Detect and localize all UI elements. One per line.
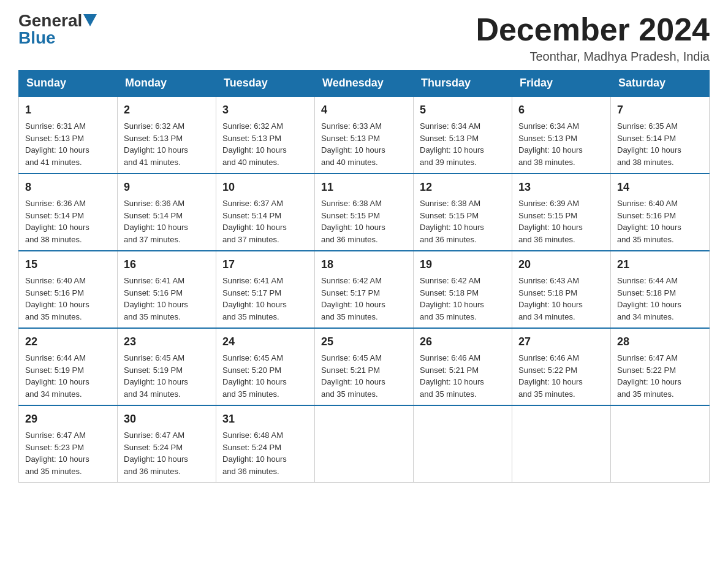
table-row: 24Sunrise: 6:45 AMSunset: 5:20 PMDayligh… — [216, 328, 315, 405]
table-row: 1Sunrise: 6:31 AMSunset: 5:13 PMDaylight… — [19, 96, 118, 174]
day-number: 30 — [124, 411, 210, 427]
table-row: 3Sunrise: 6:32 AMSunset: 5:13 PMDaylight… — [216, 96, 315, 174]
day-info: Sunrise: 6:41 AMSunset: 5:16 PMDaylight:… — [124, 275, 210, 323]
header-wednesday: Wednesday — [315, 71, 414, 97]
table-row: 26Sunrise: 6:46 AMSunset: 5:21 PMDayligh… — [414, 328, 512, 405]
logo-blue-text: Blue — [18, 29, 56, 47]
calendar-week-row: 22Sunrise: 6:44 AMSunset: 5:19 PMDayligh… — [19, 328, 710, 405]
day-number: 24 — [222, 334, 308, 350]
day-info: Sunrise: 6:45 AMSunset: 5:21 PMDaylight:… — [321, 352, 407, 400]
table-row — [611, 405, 710, 483]
table-row: 29Sunrise: 6:47 AMSunset: 5:23 PMDayligh… — [19, 405, 118, 483]
calendar-week-row: 1Sunrise: 6:31 AMSunset: 5:13 PMDaylight… — [19, 96, 710, 174]
day-info: Sunrise: 6:40 AMSunset: 5:16 PMDaylight:… — [617, 197, 703, 245]
day-number: 23 — [124, 334, 210, 350]
table-row: 5Sunrise: 6:34 AMSunset: 5:13 PMDaylight… — [414, 96, 512, 174]
table-row: 31Sunrise: 6:48 AMSunset: 5:24 PMDayligh… — [216, 405, 315, 483]
day-info: Sunrise: 6:36 AMSunset: 5:14 PMDaylight:… — [25, 197, 111, 245]
day-info: Sunrise: 6:32 AMSunset: 5:13 PMDaylight:… — [222, 120, 308, 168]
table-row: 20Sunrise: 6:43 AMSunset: 5:18 PMDayligh… — [512, 251, 611, 328]
header-tuesday: Tuesday — [216, 71, 315, 97]
day-info: Sunrise: 6:35 AMSunset: 5:14 PMDaylight:… — [617, 120, 703, 168]
day-number: 10 — [222, 179, 308, 196]
logo-general-text: General — [18, 12, 82, 29]
table-row: 9Sunrise: 6:36 AMSunset: 5:14 PMDaylight… — [118, 174, 216, 251]
table-row: 27Sunrise: 6:46 AMSunset: 5:22 PMDayligh… — [512, 328, 611, 405]
day-number: 11 — [321, 179, 407, 196]
table-row — [315, 405, 414, 483]
day-number: 4 — [321, 102, 407, 118]
logo-arrow-icon — [83, 14, 97, 26]
calendar-table: Sunday Monday Tuesday Wednesday Thursday… — [18, 70, 710, 483]
day-info: Sunrise: 6:44 AMSunset: 5:18 PMDaylight:… — [617, 275, 703, 323]
table-row: 11Sunrise: 6:38 AMSunset: 5:15 PMDayligh… — [315, 174, 414, 251]
table-row: 13Sunrise: 6:39 AMSunset: 5:15 PMDayligh… — [512, 174, 611, 251]
logo: General Blue — [18, 12, 97, 47]
day-number: 16 — [124, 256, 210, 273]
day-number: 26 — [420, 334, 506, 350]
day-number: 19 — [420, 256, 506, 273]
day-info: Sunrise: 6:36 AMSunset: 5:14 PMDaylight:… — [124, 197, 210, 245]
day-info: Sunrise: 6:41 AMSunset: 5:17 PMDaylight:… — [222, 275, 308, 323]
table-row: 14Sunrise: 6:40 AMSunset: 5:16 PMDayligh… — [611, 174, 710, 251]
calendar-week-row: 29Sunrise: 6:47 AMSunset: 5:23 PMDayligh… — [19, 405, 710, 483]
month-title: December 2024 — [476, 12, 710, 47]
table-row: 12Sunrise: 6:38 AMSunset: 5:15 PMDayligh… — [414, 174, 512, 251]
table-row: 30Sunrise: 6:47 AMSunset: 5:24 PMDayligh… — [118, 405, 216, 483]
day-info: Sunrise: 6:34 AMSunset: 5:13 PMDaylight:… — [518, 120, 604, 168]
day-number: 12 — [420, 179, 506, 196]
day-info: Sunrise: 6:38 AMSunset: 5:15 PMDaylight:… — [321, 197, 407, 245]
calendar-header-row: Sunday Monday Tuesday Wednesday Thursday… — [19, 71, 710, 97]
day-number: 14 — [617, 179, 703, 196]
day-number: 1 — [25, 102, 111, 118]
table-row: 4Sunrise: 6:33 AMSunset: 5:13 PMDaylight… — [315, 96, 414, 174]
table-row: 22Sunrise: 6:44 AMSunset: 5:19 PMDayligh… — [19, 328, 118, 405]
day-number: 25 — [321, 334, 407, 350]
day-number: 9 — [124, 179, 210, 196]
table-row: 10Sunrise: 6:37 AMSunset: 5:14 PMDayligh… — [216, 174, 315, 251]
location-text: Teonthar, Madhya Pradesh, India — [476, 50, 710, 64]
day-info: Sunrise: 6:42 AMSunset: 5:17 PMDaylight:… — [321, 275, 407, 323]
table-row: 25Sunrise: 6:45 AMSunset: 5:21 PMDayligh… — [315, 328, 414, 405]
day-number: 13 — [518, 179, 604, 196]
day-info: Sunrise: 6:32 AMSunset: 5:13 PMDaylight:… — [124, 120, 210, 168]
day-info: Sunrise: 6:47 AMSunset: 5:23 PMDaylight:… — [25, 429, 111, 477]
table-row: 19Sunrise: 6:42 AMSunset: 5:18 PMDayligh… — [414, 251, 512, 328]
table-row: 17Sunrise: 6:41 AMSunset: 5:17 PMDayligh… — [216, 251, 315, 328]
day-number: 15 — [25, 256, 111, 273]
day-number: 5 — [420, 102, 506, 118]
day-number: 29 — [25, 411, 111, 427]
table-row: 8Sunrise: 6:36 AMSunset: 5:14 PMDaylight… — [19, 174, 118, 251]
day-number: 28 — [617, 334, 703, 350]
day-number: 21 — [617, 256, 703, 273]
day-info: Sunrise: 6:48 AMSunset: 5:24 PMDaylight:… — [222, 429, 308, 477]
day-number: 31 — [222, 411, 308, 427]
header-sunday: Sunday — [19, 71, 118, 97]
day-info: Sunrise: 6:39 AMSunset: 5:15 PMDaylight:… — [518, 197, 604, 245]
table-row — [512, 405, 611, 483]
table-row: 18Sunrise: 6:42 AMSunset: 5:17 PMDayligh… — [315, 251, 414, 328]
day-number: 3 — [222, 102, 308, 118]
header-saturday: Saturday — [611, 71, 710, 97]
day-number: 27 — [518, 334, 604, 350]
day-info: Sunrise: 6:33 AMSunset: 5:13 PMDaylight:… — [321, 120, 407, 168]
day-number: 22 — [25, 334, 111, 350]
day-info: Sunrise: 6:34 AMSunset: 5:13 PMDaylight:… — [420, 120, 506, 168]
calendar-week-row: 15Sunrise: 6:40 AMSunset: 5:16 PMDayligh… — [19, 251, 710, 328]
table-row: 6Sunrise: 6:34 AMSunset: 5:13 PMDaylight… — [512, 96, 611, 174]
svg-marker-0 — [83, 14, 97, 26]
header-friday: Friday — [512, 71, 611, 97]
day-info: Sunrise: 6:44 AMSunset: 5:19 PMDaylight:… — [25, 352, 111, 400]
day-number: 6 — [518, 102, 604, 118]
header-monday: Monday — [118, 71, 216, 97]
day-info: Sunrise: 6:47 AMSunset: 5:24 PMDaylight:… — [124, 429, 210, 477]
day-number: 7 — [617, 102, 703, 118]
day-info: Sunrise: 6:47 AMSunset: 5:22 PMDaylight:… — [617, 352, 703, 400]
day-info: Sunrise: 6:42 AMSunset: 5:18 PMDaylight:… — [420, 275, 506, 323]
day-info: Sunrise: 6:40 AMSunset: 5:16 PMDaylight:… — [25, 275, 111, 323]
day-number: 20 — [518, 256, 604, 273]
day-info: Sunrise: 6:46 AMSunset: 5:22 PMDaylight:… — [518, 352, 604, 400]
title-section: December 2024 Teonthar, Madhya Pradesh, … — [476, 12, 710, 64]
day-number: 2 — [124, 102, 210, 118]
header-thursday: Thursday — [414, 71, 512, 97]
